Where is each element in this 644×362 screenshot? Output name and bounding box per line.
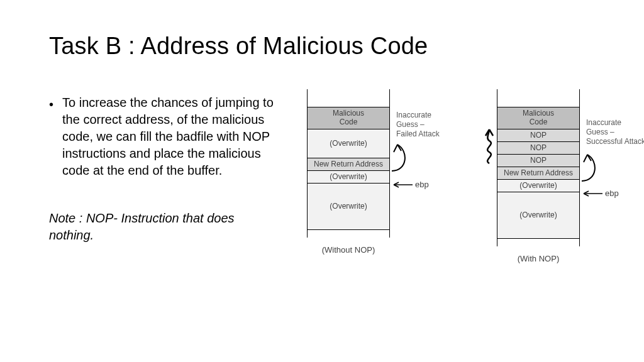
label-ebp: ebp [605,189,619,198]
bullet-dot-icon: • [49,96,53,179]
slide-title: Task B : Address of Malicious Code [49,33,428,60]
slide: Task B : Address of Malicious Code • To … [0,0,644,362]
curved-arrow-icon [390,138,421,176]
diagram-caption: (With NOP) [497,254,580,263]
stack-right: Malicious Code NOP NOP NOP New Return Ad… [497,107,580,239]
stack-rails [497,89,580,246]
diagram-with-nop: Malicious Code NOP NOP NOP New Return Ad… [497,107,580,263]
label-ebp: ebp [415,180,429,189]
side-note-success: Inaccurate Guess – Successful Attack [586,118,644,146]
bullet-item: • To increase the chances of jumping to … [49,94,288,179]
diagram-without-nop: Malicious Code (Overwrite) New Return Ad… [307,107,390,255]
side-note-failed: Inaccurate Guess – Failed Attack [396,111,453,139]
arrow-left-icon [581,190,604,199]
stack-rails [307,89,390,238]
curved-arrow-icon [580,150,611,185]
bullet-text: To increase the chances of jumping to th… [62,94,288,179]
diagram-caption: (Without NOP) [307,245,390,255]
stack-left: Malicious Code (Overwrite) New Return Ad… [307,107,390,230]
note-text: Note : NOP- Instruction that does nothin… [49,210,275,244]
arrow-left-icon [391,181,414,190]
squiggle-arrow-icon [480,124,498,168]
